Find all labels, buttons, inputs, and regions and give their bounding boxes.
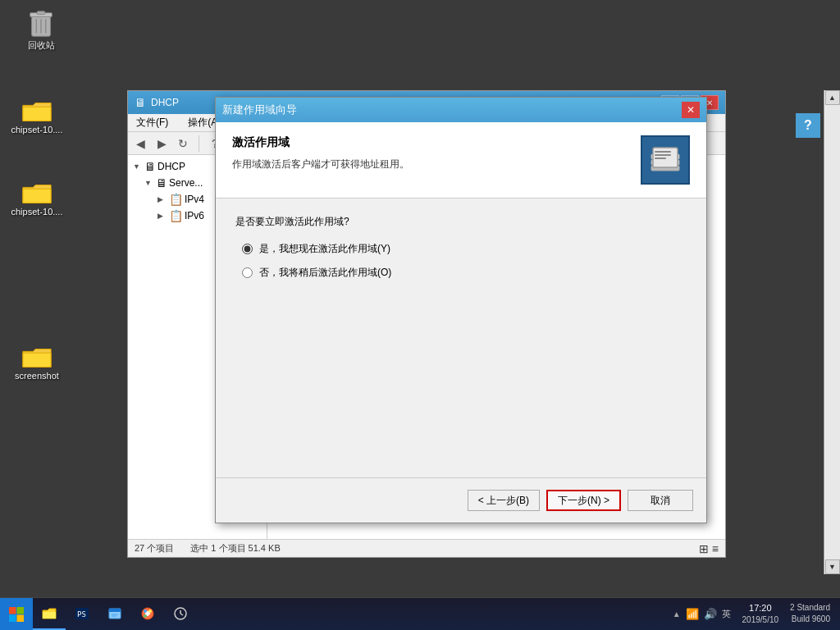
clock-time: 17:20 xyxy=(742,602,779,614)
svg-rect-2 xyxy=(37,11,45,15)
tree-arrow-dhcp: ▼ xyxy=(133,162,143,171)
svg-rect-11 xyxy=(655,154,671,156)
tree-ipv4-label: IPv4 xyxy=(185,194,204,205)
cancel-button[interactable]: 取消 xyxy=(628,490,693,511)
svg-text:PS: PS xyxy=(77,610,86,619)
tree-ipv6-icon: 📋 xyxy=(169,209,183,222)
selected-info: 选中 1 个项目 51.4 KB xyxy=(190,542,280,555)
taskbar-tray: ▲ 📶 🔊 英 17:20 2019/5/10 2 Standard Build… xyxy=(673,602,840,626)
taskbar-paint[interactable] xyxy=(131,599,164,630)
folder3-icon xyxy=(21,345,52,371)
svg-rect-15 xyxy=(9,614,16,622)
clock-icon xyxy=(172,605,189,622)
dialog-header-icon xyxy=(641,135,690,185)
lang-indicator[interactable]: 英 xyxy=(722,608,731,620)
taskbar-items: PS xyxy=(33,598,673,630)
new-scope-wizard-dialog: 新建作用域向导 ✕ 激活作用域 作用域激活后客户端才可获得地址租用。 xyxy=(215,97,707,523)
taskbar-powershell[interactable]: PS xyxy=(66,599,98,630)
network-tray-icon[interactable]: 📶 xyxy=(686,608,699,620)
back-button[interactable]: < 上一步(B) xyxy=(468,490,540,511)
dialog-close-button[interactable]: ✕ xyxy=(682,102,700,118)
radio-yes-option[interactable]: 是，我想现在激活此作用域(Y) xyxy=(242,242,687,256)
svg-line-31 xyxy=(180,614,183,615)
taskbar-file-manager[interactable] xyxy=(98,599,131,630)
taskbar-file-explorer[interactable] xyxy=(33,599,66,630)
os-info: 2 Standard Build 9600 xyxy=(790,602,833,625)
side-panel: ▲ ▼ xyxy=(824,90,840,574)
radio-no-input[interactable] xyxy=(242,267,253,278)
radio-group: 是，我想现在激活此作用域(Y) 否，我将稍后激活此作用域(O) xyxy=(235,242,687,280)
powershell-icon: PS xyxy=(74,605,90,622)
svg-rect-16 xyxy=(17,614,25,622)
start-button[interactable] xyxy=(0,598,33,631)
side-scroll-down[interactable]: ▼ xyxy=(825,559,840,574)
dialog-header-title: 激活作用域 xyxy=(232,135,641,150)
svg-point-26 xyxy=(148,609,152,613)
dialog-title: 新建作用域向导 xyxy=(222,103,682,117)
statusbar: 27 个项目 选中 1 个项目 51.4 KB ⊞ ≡ xyxy=(128,539,725,557)
file-manager-icon xyxy=(107,605,123,622)
desktop-icon-folder2[interactable]: chipset-10.... xyxy=(4,180,70,217)
dialog-header-description: 作用域激活后客户端才可获得地址租用。 xyxy=(232,157,641,171)
help-icon: ? xyxy=(804,118,812,133)
paint-icon xyxy=(139,605,156,622)
statusbar-view-icons[interactable]: ⊞ ≡ xyxy=(699,542,719,555)
desktop-icon-recycle-bin[interactable]: 回收站 xyxy=(8,8,74,52)
desktop-icon-label: 回收站 xyxy=(28,39,55,52)
radio-no-label: 否，我将稍后激活此作用域(O) xyxy=(259,266,391,280)
volume-tray-icon[interactable]: 🔊 xyxy=(704,608,717,620)
book-stack-icon xyxy=(645,139,686,180)
taskbar: PS xyxy=(0,597,840,630)
back-toolbar-btn[interactable]: ◀ xyxy=(131,135,149,153)
os-edition: 2 Standard xyxy=(790,602,830,614)
tree-server-icon: 🖥 xyxy=(156,176,167,189)
tray-up-arrow[interactable]: ▲ xyxy=(673,609,681,619)
folder2-icon xyxy=(21,180,52,207)
tree-server-label: Serve... xyxy=(169,177,203,189)
folder1-icon xyxy=(21,98,52,125)
tree-ipv6-label: IPv6 xyxy=(185,210,204,221)
refresh-toolbar-btn[interactable]: ↻ xyxy=(174,135,192,153)
svg-point-25 xyxy=(144,609,147,613)
tree-arrow-ipv4: ▶ xyxy=(158,195,167,203)
dialog-question: 是否要立即激活此作用域? xyxy=(235,215,687,229)
dialog-body: 激活作用域 作用域激活后客户端才可获得地址租用。 是否要立即激活此作用域? xyxy=(216,122,706,523)
side-scroll-track xyxy=(825,105,840,559)
dialog-content: 是否要立即激活此作用域? 是，我想现在激活此作用域(Y) 否，我将稍后激活此作用… xyxy=(216,199,706,477)
tree-arrow-server: ▼ xyxy=(144,179,154,187)
taskbar-clock-app[interactable] xyxy=(164,599,197,630)
side-scroll-up[interactable]: ▲ xyxy=(825,90,840,105)
svg-rect-14 xyxy=(17,607,25,614)
radio-yes-label: 是，我想现在激活此作用域(Y) xyxy=(259,242,390,256)
next-button[interactable]: 下一步(N) > xyxy=(546,490,621,511)
desktop-icon-folder3-label: screenshot xyxy=(15,371,59,381)
svg-rect-13 xyxy=(9,607,16,614)
windows-logo-icon xyxy=(8,606,25,623)
tree-dhcp-label: DHCP xyxy=(158,161,185,172)
dialog-header-text: 激活作用域 作用域激活后客户端才可获得地址租用。 xyxy=(232,135,641,185)
dialog-header: 激活作用域 作用域激活后客户端才可获得地址租用。 xyxy=(216,122,706,199)
tree-ipv4-icon: 📋 xyxy=(169,193,183,206)
dialog-titlebar: 新建作用域向导 ✕ xyxy=(216,98,706,122)
svg-rect-12 xyxy=(655,158,666,159)
desktop-icon-folder1[interactable]: chipset-10.... xyxy=(4,98,70,135)
clock-date: 2019/5/10 xyxy=(742,614,779,626)
radio-yes-input[interactable] xyxy=(242,244,253,254)
desktop-icon-folder1-label: chipset-10.... xyxy=(11,125,63,135)
forward-toolbar-btn[interactable]: ▶ xyxy=(153,135,171,153)
desktop-icon-folder3[interactable]: screenshot xyxy=(4,345,70,381)
desktop-icon-folder2-label: chipset-10.... xyxy=(11,207,63,217)
help-button[interactable]: ? xyxy=(796,113,820,138)
menu-file[interactable]: 文件(F) xyxy=(131,114,173,131)
svg-rect-10 xyxy=(655,151,671,153)
tree-dhcp-icon: 🖥 xyxy=(144,160,156,173)
recycle-bin-icon xyxy=(25,8,57,39)
taskbar-clock[interactable]: 17:20 2019/5/10 xyxy=(736,602,786,626)
items-count: 27 个项目 xyxy=(135,542,174,555)
svg-rect-20 xyxy=(109,609,121,612)
dialog-footer: < 上一步(B) 下一步(N) > 取消 xyxy=(216,477,706,523)
radio-no-option[interactable]: 否，我将稍后激活此作用域(O) xyxy=(242,266,687,280)
svg-point-27 xyxy=(144,614,147,618)
os-build: Build 9600 xyxy=(790,614,830,625)
svg-point-28 xyxy=(148,614,152,618)
